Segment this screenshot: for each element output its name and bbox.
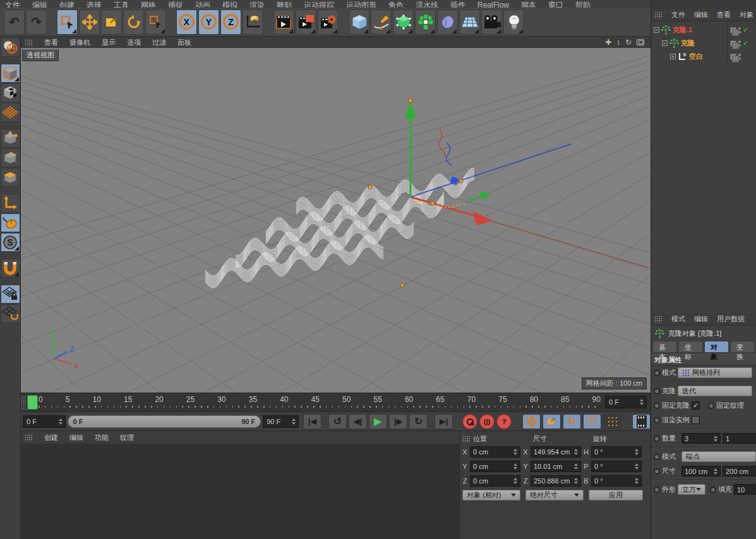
- layer-icon[interactable]: [730, 54, 736, 60]
- menu-item[interactable]: 文件: [5, 1, 20, 8]
- spinner-icon[interactable]: [292, 418, 296, 425]
- keyframe-circle-icon[interactable]: [654, 370, 660, 376]
- collapse-icon[interactable]: −: [654, 27, 659, 33]
- am-menu-item[interactable]: 模式: [671, 314, 685, 324]
- panel-grip-icon[interactable]: [654, 11, 663, 18]
- tab-object[interactable]: 对象: [704, 341, 729, 353]
- om-menu-item[interactable]: 查看: [717, 10, 731, 20]
- am-menu-item[interactable]: 编辑: [694, 314, 708, 324]
- om-menu-item[interactable]: 对象: [740, 10, 753, 20]
- keyframe-circle-icon[interactable]: [710, 487, 716, 493]
- spinner-icon[interactable]: [635, 478, 639, 484]
- keyframe-circle-icon[interactable]: [654, 417, 660, 424]
- menu-item[interactable]: 渲染: [249, 1, 265, 8]
- menu-item[interactable]: 脚本: [521, 1, 536, 8]
- object-name[interactable]: 克隆.1: [673, 25, 692, 35]
- next-key-button[interactable]: ↻: [409, 414, 428, 429]
- redo-button[interactable]: ↷: [26, 9, 47, 35]
- spinner-icon[interactable]: [574, 463, 579, 470]
- add-cube-button[interactable]: [349, 9, 369, 35]
- key-position-button[interactable]: [522, 414, 541, 429]
- polygons-mode-button[interactable]: [1, 168, 20, 187]
- spinner-icon[interactable]: [513, 449, 518, 455]
- keyframe-circle-icon[interactable]: [654, 435, 660, 442]
- menu-item[interactable]: 窗口: [548, 1, 563, 8]
- object-row-cloner[interactable]: − 克隆 ✓: [651, 37, 756, 50]
- render-instance-checkbox[interactable]: [692, 416, 700, 424]
- menu-item[interactable]: 插件: [450, 1, 465, 8]
- add-light-button[interactable]: [503, 9, 524, 35]
- tab-basic[interactable]: 基本: [652, 341, 677, 353]
- spinner-icon[interactable]: [635, 463, 639, 470]
- enable-axis-button[interactable]: [1, 194, 20, 213]
- model-mode-button[interactable]: [1, 64, 20, 83]
- size-y-field[interactable]: 200 cm: [723, 466, 756, 477]
- range-start-field[interactable]: 0 F: [23, 415, 66, 428]
- menu-item[interactable]: 编辑: [32, 1, 47, 8]
- maximize-view-icon[interactable]: [637, 39, 644, 45]
- menu-item[interactable]: RealFlow: [477, 1, 509, 8]
- position-mode-dropdown[interactable]: 对象 (相对): [462, 490, 520, 500]
- size-mode-dropdown[interactable]: 绝对尺寸: [525, 490, 584, 500]
- object-row-cloner1[interactable]: − 克隆.1 ✓: [651, 23, 756, 37]
- previous-key-button[interactable]: ↺: [328, 414, 347, 429]
- enabled-check-icon[interactable]: ✓: [743, 39, 748, 47]
- collapse-icon[interactable]: −: [662, 40, 668, 46]
- rotate-view-icon[interactable]: ↻: [625, 38, 632, 47]
- add-spline-button[interactable]: [371, 9, 392, 35]
- record-keyframe-button[interactable]: [462, 414, 477, 429]
- expand-icon[interactable]: +: [670, 54, 676, 59]
- viewport-menu-item[interactable]: 显示: [102, 38, 116, 47]
- zoom-view-icon[interactable]: ↕: [616, 38, 620, 47]
- rot-p-field[interactable]: 0 °: [591, 461, 642, 472]
- keyframe-circle-icon[interactable]: [708, 403, 714, 409]
- lock-y-axis-button[interactable]: Y: [198, 9, 219, 35]
- pos-y-field[interactable]: 0 cm: [470, 461, 520, 472]
- lock-x-axis-button[interactable]: X: [176, 9, 197, 35]
- key-parameter-button[interactable]: Ⓟ: [583, 414, 601, 429]
- rotate-tool-button[interactable]: [123, 9, 144, 35]
- edges-mode-button[interactable]: [1, 148, 20, 167]
- menu-item[interactable]: 捕捉: [168, 1, 183, 8]
- menu-item[interactable]: 运动图形: [346, 1, 376, 8]
- next-frame-button[interactable]: )▶: [389, 414, 407, 429]
- viewport-menu-item[interactable]: 选项: [127, 38, 141, 47]
- texture-mode-button[interactable]: [1, 83, 20, 102]
- points-mode-button[interactable]: [1, 129, 20, 148]
- soft-selection-button[interactable]: S: [1, 233, 20, 252]
- goto-end-button[interactable]: ▶|: [435, 414, 453, 429]
- lock-z-axis-button[interactable]: Z: [220, 9, 241, 35]
- keyframe-circle-icon[interactable]: [654, 454, 660, 460]
- spinner-icon[interactable]: [513, 478, 518, 484]
- shape-dropdown[interactable]: 立方: [678, 484, 705, 495]
- om-menu-item[interactable]: 文件: [671, 10, 685, 20]
- viewport-label[interactable]: 透视视图: [22, 49, 59, 61]
- rot-b-field[interactable]: 0 °: [591, 475, 642, 487]
- menu-item[interactable]: 网格: [141, 1, 156, 8]
- key-scale-button[interactable]: [543, 414, 561, 429]
- menu-item[interactable]: 运动跟踪: [304, 1, 334, 8]
- material-menu-item[interactable]: 功能: [95, 433, 109, 442]
- tab-coordinates[interactable]: 坐标: [678, 341, 703, 353]
- render-view-button[interactable]: [273, 9, 294, 35]
- om-menu-item[interactable]: 编辑: [694, 10, 708, 20]
- tab-transform[interactable]: 变换: [730, 341, 755, 353]
- viewport-3d-view[interactable]: 透视视图: [21, 48, 651, 393]
- spinner-icon[interactable]: [59, 418, 63, 425]
- keyframe-circle-icon[interactable]: [654, 487, 660, 493]
- fill-field[interactable]: 10: [734, 484, 756, 495]
- key-rotation-button[interactable]: ↻: [563, 414, 581, 429]
- object-row-null[interactable]: + 0 空白: [651, 50, 756, 63]
- current-frame-field[interactable]: 0 F: [605, 396, 647, 408]
- timeline-window-button[interactable]: [632, 414, 651, 429]
- timeline-ruler[interactable]: 05 1015 2025 3035 4045 5055 6065 7075 80…: [21, 393, 651, 412]
- material-menu-item[interactable]: 纹理: [120, 433, 134, 442]
- move-tool-button[interactable]: [79, 9, 100, 35]
- menu-item[interactable]: 模拟: [222, 1, 237, 8]
- fix-clone-checkbox[interactable]: ✓: [692, 401, 700, 410]
- mode-dropdown[interactable]: 网格排列: [678, 367, 752, 378]
- planar-workplane-button[interactable]: [1, 304, 20, 323]
- menu-item[interactable]: 流水线: [416, 1, 438, 8]
- coordinate-system-button[interactable]: [243, 9, 263, 35]
- add-environment-button[interactable]: [459, 9, 480, 35]
